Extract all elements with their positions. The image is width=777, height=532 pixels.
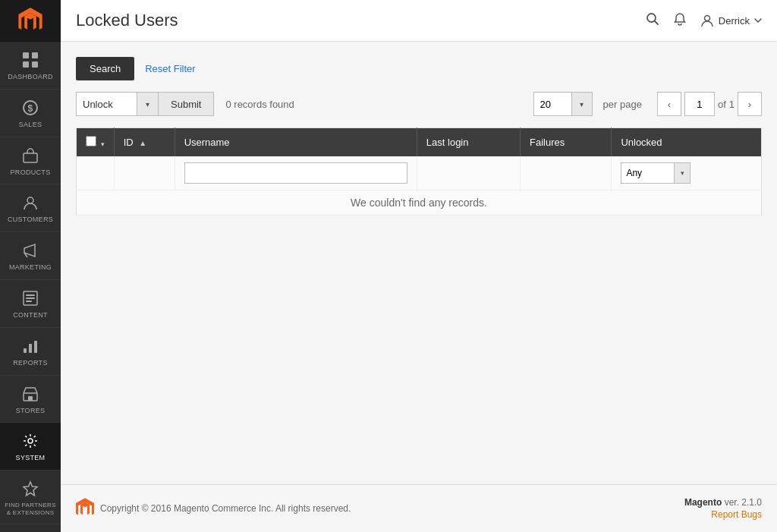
content-area: Search Reset Filter Unlock ▾ Submit 0 re…: [61, 42, 777, 484]
sidebar-item-stores[interactable]: STORES: [0, 376, 61, 423]
sales-icon: $: [20, 97, 41, 118]
next-page-button[interactable]: ›: [738, 92, 762, 116]
svg-rect-3: [32, 61, 38, 68]
sidebar-item-dashboard-label: DASHBOARD: [8, 73, 53, 81]
svg-rect-6: [24, 153, 37, 162]
sidebar-item-sales-label: SALES: [19, 121, 42, 129]
filter-lastlogin-cell: [417, 156, 520, 190]
th-id-label: ID: [124, 137, 134, 148]
svg-rect-10: [26, 297, 35, 299]
submit-button[interactable]: Submit: [158, 92, 214, 116]
header: Locked Users Derrick: [61, 0, 777, 42]
page-title: Locked Users: [76, 11, 178, 30]
empty-state-message: We couldn't find any records.: [77, 190, 762, 216]
action-select[interactable]: Unlock: [76, 92, 137, 116]
footer: Copyright © 2016 Magento Commerce Inc. A…: [61, 484, 777, 532]
header-user[interactable]: Derrick: [700, 14, 762, 27]
reset-filter-button[interactable]: Reset Filter: [142, 57, 198, 80]
svg-point-7: [27, 197, 33, 203]
svg-rect-0: [23, 52, 29, 58]
sidebar-item-system-label: SYSTEM: [16, 454, 46, 462]
prev-page-button[interactable]: ‹: [657, 92, 681, 116]
footer-version-label: Magento: [684, 497, 722, 508]
filter-select-arrow[interactable]: ▾: [674, 162, 690, 184]
svg-rect-9: [26, 294, 35, 296]
pagination: ‹ of 1 ›: [657, 92, 762, 116]
svg-point-21: [704, 16, 709, 21]
reports-icon: [20, 335, 41, 357]
th-checkbox: ▾: [77, 128, 115, 157]
dashboard-icon: [20, 49, 41, 71]
username: Derrick: [719, 15, 750, 27]
toolbar: Search Reset Filter: [76, 57, 762, 80]
svg-marker-18: [24, 482, 37, 496]
sidebar-item-extensions-label: FIND PARTNERS& EXTENSIONS: [5, 502, 56, 516]
sidebar-item-marketing-label: MARKETING: [9, 263, 52, 272]
sidebar-item-reports-label: REPORTS: [13, 359, 47, 367]
page-input[interactable]: [684, 92, 715, 116]
sidebar-item-reports[interactable]: REPORTS: [0, 328, 61, 376]
sidebar-item-products[interactable]: PRODUCTS: [0, 137, 61, 185]
footer-logo: [76, 498, 94, 519]
total-pages: 1: [729, 99, 735, 110]
action-select-wrap: Unlock ▾: [76, 92, 158, 116]
filter-failures-cell: [521, 156, 612, 190]
per-page-arrow[interactable]: ▾: [571, 92, 593, 116]
sidebar-item-marketing[interactable]: MARKETING: [0, 232, 61, 280]
filter-checkbox-cell: [77, 156, 115, 190]
system-icon: [20, 430, 41, 452]
sidebar: DASHBOARD $ SALES PRODUCTS CUSTOMERS: [0, 0, 61, 532]
sort-icon: ▲: [139, 139, 146, 147]
unlocked-filter-select[interactable]: Any Yes No: [621, 162, 674, 184]
extensions-icon: [20, 478, 41, 499]
footer-left: Copyright © 2016 Magento Commerce Inc. A…: [76, 498, 351, 519]
select-all-checkbox[interactable]: [86, 136, 96, 146]
sidebar-item-customers[interactable]: CUSTOMERS: [0, 184, 61, 232]
main-wrapper: Locked Users Derrick: [61, 0, 777, 532]
sidebar-item-sales[interactable]: $ SALES: [0, 90, 61, 137]
per-page-select-wrap: 20 50 100 ▾: [533, 92, 593, 116]
actions-row: Unlock ▾ Submit 0 records found 20 50 10…: [76, 92, 762, 116]
report-bugs-link[interactable]: Report Bugs: [684, 509, 762, 520]
footer-copyright: Copyright © 2016 Magento Commerce Inc. A…: [100, 503, 351, 514]
th-id[interactable]: ID ▲: [114, 128, 175, 157]
search-button[interactable]: Search: [76, 57, 134, 80]
th-failures: Failures: [521, 128, 612, 157]
th-username: Username: [175, 128, 417, 157]
bell-icon[interactable]: [673, 12, 687, 30]
sidebar-item-content-label: CONTENT: [13, 311, 48, 320]
empty-state-row: We couldn't find any records.: [77, 190, 762, 216]
footer-version-number: ver. 2.1.0: [725, 497, 762, 508]
sidebar-item-content[interactable]: CONTENT: [0, 280, 61, 328]
filter-id-cell: [114, 156, 175, 190]
table-header-row: ▾ ID ▲ Username Last login Failures: [77, 128, 762, 157]
svg-rect-13: [29, 344, 32, 353]
sidebar-item-dashboard[interactable]: DASHBOARD: [0, 42, 61, 90]
th-last-login: Last login: [417, 128, 520, 157]
svg-rect-14: [34, 341, 37, 353]
filter-select-wrap: Any Yes No ▾: [621, 162, 752, 184]
svg-rect-11: [26, 301, 32, 302]
products-icon: [20, 145, 41, 166]
page-of: of: [718, 99, 726, 110]
chevron-down-icon: [754, 18, 762, 23]
sidebar-item-stores-label: STORES: [16, 407, 46, 415]
marketing-icon: [20, 240, 41, 261]
sidebar-item-system[interactable]: SYSTEM: [0, 423, 61, 471]
filter-unlocked-cell: Any Yes No ▾: [612, 156, 762, 190]
th-unlocked: Unlocked: [612, 128, 762, 157]
svg-rect-16: [28, 396, 33, 401]
svg-rect-2: [23, 61, 29, 68]
footer-right: Magento ver. 2.1.0 Report Bugs: [684, 497, 762, 520]
stores-icon: [20, 383, 41, 405]
action-select-arrow[interactable]: ▾: [137, 92, 158, 116]
th-checkbox-arrow[interactable]: ▾: [101, 140, 105, 148]
sidebar-item-extensions[interactable]: FIND PARTNERS& EXTENSIONS: [0, 471, 61, 524]
svg-rect-1: [32, 52, 38, 58]
search-icon[interactable]: [646, 12, 659, 30]
username-filter-input[interactable]: [184, 162, 407, 184]
svg-text:$: $: [28, 103, 33, 114]
svg-line-20: [654, 20, 658, 24]
footer-version: Magento ver. 2.1.0: [684, 497, 762, 508]
per-page-select[interactable]: 20 50 100: [533, 92, 571, 116]
